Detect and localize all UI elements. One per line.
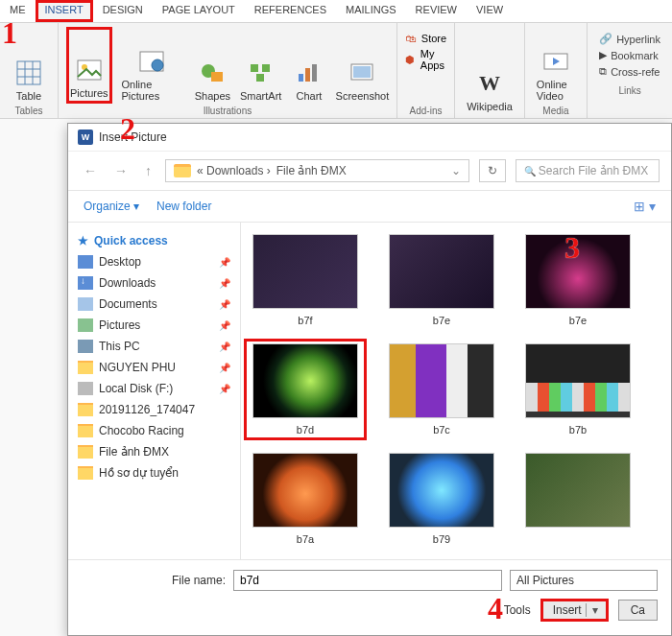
newfolder-button[interactable]: New folder — [156, 200, 211, 213]
crossref-button[interactable]: ⧉Cross-refe — [599, 65, 660, 78]
tab-references[interactable]: REFERENCES — [245, 0, 336, 22]
hyperlink-button[interactable]: 🔗Hyperlink — [599, 33, 660, 45]
tab-home[interactable]: ME — [0, 0, 36, 22]
group-addins: 🛍Store ⬢My Apps Add-ins — [397, 23, 455, 118]
ribbon: Table Tables Pictures Online Pictures Sh… — [0, 23, 672, 119]
store-button[interactable]: 🛍Store — [405, 33, 446, 44]
shapes-icon — [199, 59, 226, 86]
cancel-button[interactable]: Ca — [618, 600, 658, 621]
dialog-toolbar: Organize ▾ New folder ⊞ ▾ — [68, 191, 671, 223]
sidebar-item-local[interactable]: Local Disk (F:)📌 — [72, 378, 236, 399]
pin-icon: 📌 — [219, 384, 230, 394]
sidebar-item-hoso[interactable]: Hồ sơ dự tuyển — [72, 462, 236, 483]
online-video-label: Online Video — [537, 79, 575, 102]
sidebar-item-date[interactable]: 20191126_174047 — [72, 399, 236, 420]
nav-up-icon[interactable]: ↑ — [141, 161, 156, 180]
group-label-tables: Tables — [15, 104, 43, 116]
file-item-b7e2[interactable]: b7e — [521, 234, 635, 326]
view-options-icon[interactable]: ⊞ ▾ — [634, 199, 656, 214]
insert-dropdown-icon[interactable]: ▾ — [586, 603, 604, 617]
tab-design[interactable]: DESIGN — [93, 0, 153, 22]
sidebar-label-fileanh: File ảnh ĐMX — [99, 445, 169, 459]
sidebar-item-quickaccess[interactable]: ★Quick access — [72, 230, 236, 251]
table-button[interactable]: Table — [8, 27, 50, 104]
sidebar-item-thispc[interactable]: This PC📌 — [72, 336, 236, 357]
online-pictures-button[interactable]: Online Pictures — [118, 27, 186, 104]
online-pictures-label: Online Pictures — [122, 79, 182, 102]
sidebar-item-fileanh[interactable]: File ảnh ĐMX — [72, 441, 236, 462]
bookmark-icon: ▶ — [599, 49, 607, 61]
pictures-button[interactable]: Pictures — [66, 27, 112, 104]
group-tables: Table Tables — [0, 23, 59, 118]
bookmark-button[interactable]: ▶Bookmark — [599, 49, 660, 61]
thumbnail — [389, 343, 494, 418]
folder-icon — [78, 466, 93, 480]
screenshot-button[interactable]: Screenshot — [336, 27, 389, 104]
file-item-b7c[interactable]: b7c — [385, 343, 498, 436]
insert-picture-dialog: W Insert Picture ← → ↑ « Downloads › Fil… — [67, 123, 672, 636]
bookmark-label: Bookmark — [611, 50, 659, 61]
online-video-button[interactable]: Online Video — [533, 27, 579, 104]
pin-icon: 📌 — [219, 278, 230, 289]
thumbnail — [525, 453, 631, 528]
group-illustrations: Pictures Online Pictures Shapes SmartArt… — [59, 23, 397, 118]
sidebar-label-thispc: This PC — [99, 340, 140, 353]
breadcrumb-dropdown-icon[interactable]: ⌄ — [451, 164, 461, 177]
sidebar-label-desktop: Desktop — [99, 255, 141, 269]
thumbnail — [252, 343, 358, 418]
word-icon: W — [78, 130, 93, 145]
downloads-icon — [78, 276, 93, 290]
organize-button[interactable]: Organize ▾ — [84, 200, 139, 213]
filename-input[interactable] — [233, 570, 502, 591]
sidebar-item-desktop[interactable]: Desktop📌 — [72, 251, 236, 272]
thumbnail — [525, 343, 631, 418]
wikipedia-button[interactable]: W Wikipedia — [463, 27, 516, 114]
breadcrumb[interactable]: « Downloads › File ảnh ĐMX ⌄ — [165, 159, 469, 182]
smartart-button[interactable]: SmartArt — [239, 27, 282, 104]
shapes-button[interactable]: Shapes — [191, 27, 233, 104]
search-input[interactable]: Search File ảnh ĐMX — [516, 159, 660, 182]
chart-button[interactable]: Chart — [288, 27, 330, 104]
tab-view[interactable]: VIEW — [467, 0, 513, 22]
svg-rect-18 — [353, 66, 371, 78]
sidebar-item-documents[interactable]: Documents📌 — [72, 294, 236, 315]
smartart-icon — [248, 59, 275, 86]
crossref-icon: ⧉ — [599, 65, 607, 78]
file-item-b7a[interactable]: b7a — [249, 453, 362, 545]
filetype-filter[interactable]: All Pictures — [510, 570, 658, 591]
tools-button[interactable]: Tools — [504, 603, 531, 617]
nav-back-icon[interactable]: ← — [80, 161, 101, 180]
file-item-b7d[interactable]: b7d — [249, 343, 362, 436]
sidebar-item-chocobo[interactable]: Chocobo Racing — [72, 420, 236, 441]
svg-rect-11 — [251, 64, 258, 72]
crumb-downloads[interactable]: « Downloads › — [197, 164, 271, 177]
insert-button[interactable]: Insert ▾ — [540, 599, 609, 622]
tab-mailings[interactable]: MAILINGS — [336, 0, 406, 22]
chart-icon — [296, 59, 323, 86]
group-label-media: Media — [542, 104, 568, 116]
sidebar-label-downloads: Downloads — [99, 276, 156, 290]
online-pictures-icon — [138, 48, 165, 75]
tab-review[interactable]: REVIEW — [406, 0, 467, 22]
myapps-button[interactable]: ⬢My Apps — [405, 48, 446, 71]
smartart-label: SmartArt — [240, 90, 281, 102]
file-item-b7e[interactable]: b7e — [385, 234, 498, 326]
refresh-button[interactable]: ↻ — [479, 159, 506, 182]
sidebar-label-pictures: Pictures — [99, 318, 140, 332]
tab-insert[interactable]: INSERT — [36, 0, 93, 22]
file-item-b7f[interactable]: b7f — [249, 234, 362, 326]
file-item-b7b[interactable]: b7b — [521, 343, 635, 436]
file-area: b7f b7e b7e b7d b7c b7b b7a b79 — [241, 223, 671, 559]
sidebar-item-pictures[interactable]: Pictures📌 — [72, 315, 236, 336]
file-item-b79[interactable]: b79 — [385, 453, 498, 545]
sidebar-item-downloads[interactable]: Downloads📌 — [72, 272, 236, 294]
video-icon — [542, 48, 569, 75]
sidebar-item-nguyen[interactable]: NGUYEN PHU📌 — [72, 357, 236, 378]
pin-icon: 📌 — [219, 363, 230, 373]
crumb-current[interactable]: File ảnh ĐMX — [276, 164, 347, 177]
thumbnail — [389, 234, 494, 309]
tab-pagelayout[interactable]: PAGE LAYOUT — [153, 0, 245, 22]
thumbnail — [252, 453, 358, 528]
nav-fwd-icon[interactable]: → — [110, 161, 132, 180]
file-item[interactable] — [521, 453, 635, 545]
